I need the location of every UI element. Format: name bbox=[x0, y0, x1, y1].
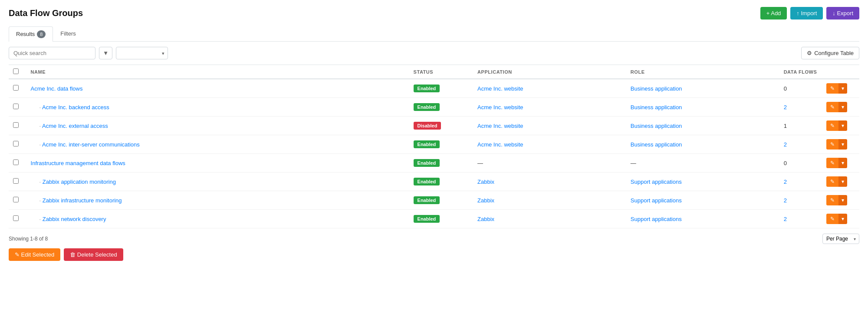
row-dropdown-button[interactable]: ▾ bbox=[838, 158, 847, 168]
table-row: · Zabbix application monitoringEnabledZa… bbox=[9, 172, 859, 191]
row-name-link[interactable]: · Zabbix network discovery bbox=[31, 216, 106, 222]
table-row: · Acme Inc. backend accessEnabledAcme In… bbox=[9, 98, 859, 117]
status-badge: Enabled bbox=[414, 140, 440, 148]
bottom-actions: ✎ Edit Selected 🗑 Delete Selected bbox=[9, 248, 859, 261]
edit-selected-button[interactable]: ✎ Edit Selected bbox=[9, 248, 60, 261]
data-table: NAME STATUS APPLICATION ROLE DATA FLOWS … bbox=[9, 65, 859, 228]
configure-table-label: Configure Table bbox=[814, 50, 854, 56]
action-btn-group: ✎▾ bbox=[826, 158, 855, 168]
configure-table-button[interactable]: Configure Table bbox=[801, 47, 859, 59]
table-row: Acme Inc. data flowsEnabledAcme Inc. web… bbox=[9, 79, 859, 98]
dataflows-link[interactable]: 2 bbox=[784, 197, 787, 204]
table-row: · Acme Inc. external accessDisabledAcme … bbox=[9, 117, 859, 135]
search-input[interactable] bbox=[9, 47, 95, 59]
application-link[interactable]: Zabbix bbox=[477, 216, 494, 222]
role-link[interactable]: Business application bbox=[631, 85, 682, 92]
filter-select-wrapper bbox=[116, 47, 168, 59]
row-dropdown-button[interactable]: ▾ bbox=[838, 214, 847, 224]
row-checkbox[interactable] bbox=[13, 215, 19, 221]
dataflows-link[interactable]: 2 bbox=[784, 104, 787, 111]
row-edit-button[interactable]: ✎ bbox=[826, 120, 838, 131]
page-title: Data Flow Groups bbox=[9, 8, 83, 18]
table-row: · Zabbix network discoveryEnabledZabbixS… bbox=[9, 210, 859, 228]
application-link[interactable]: Acme Inc. website bbox=[477, 123, 523, 129]
status-badge: Enabled bbox=[414, 159, 440, 167]
role-link[interactable]: Support applications bbox=[631, 179, 682, 185]
import-button[interactable]: ↑ Import bbox=[790, 7, 823, 20]
status-badge: Enabled bbox=[414, 103, 440, 111]
dataflows-link[interactable]: 2 bbox=[784, 141, 787, 148]
role-link[interactable]: Business application bbox=[631, 123, 682, 129]
status-badge: Enabled bbox=[414, 178, 440, 185]
dataflows-value: 1 bbox=[784, 123, 787, 129]
action-btn-group: ✎▾ bbox=[826, 176, 855, 187]
row-dropdown-button[interactable]: ▾ bbox=[838, 195, 847, 205]
showing-text: Showing 1-8 of 8 bbox=[9, 236, 48, 242]
dataflows-value: 0 bbox=[784, 160, 787, 166]
row-checkbox[interactable] bbox=[13, 122, 19, 128]
status-badge: Enabled bbox=[414, 85, 440, 92]
filter-icon: ▼ bbox=[103, 50, 108, 56]
tab-results[interactable]: Results8 bbox=[9, 26, 53, 42]
gear-icon bbox=[807, 50, 812, 56]
row-name-link[interactable]: · Zabbix application monitoring bbox=[31, 179, 116, 185]
add-button[interactable]: + Add bbox=[760, 7, 787, 20]
col-header-status: STATUS bbox=[409, 65, 473, 79]
row-edit-button[interactable]: ✎ bbox=[826, 195, 838, 205]
tab-filters-label: Filters bbox=[60, 30, 76, 37]
row-checkbox[interactable] bbox=[13, 85, 19, 91]
row-name-link[interactable]: · Acme Inc. external access bbox=[31, 123, 108, 129]
tabs-row: Results8 Filters bbox=[9, 26, 859, 42]
row-checkbox[interactable] bbox=[13, 141, 19, 146]
application-link[interactable]: Acme Inc. website bbox=[477, 85, 523, 92]
role-link[interactable]: Business application bbox=[631, 141, 682, 148]
row-edit-button[interactable]: ✎ bbox=[826, 176, 838, 187]
action-btn-group: ✎▾ bbox=[826, 83, 855, 94]
per-page-select[interactable]: Per Page 25 50 100 bbox=[822, 234, 859, 244]
role-link[interactable]: Support applications bbox=[631, 216, 682, 222]
status-badge: Enabled bbox=[414, 215, 440, 223]
application-link[interactable]: Acme Inc. website bbox=[477, 104, 523, 111]
row-checkbox[interactable] bbox=[13, 159, 19, 165]
dataflows-value: 0 bbox=[784, 85, 787, 92]
application-dash: — bbox=[477, 160, 483, 166]
row-dropdown-button[interactable]: ▾ bbox=[838, 102, 847, 112]
row-checkbox[interactable] bbox=[13, 104, 19, 109]
filter-button[interactable]: ▼ bbox=[99, 47, 112, 59]
action-btn-group: ✎▾ bbox=[826, 214, 855, 224]
footer-row: Showing 1-8 of 8 Per Page 25 50 100 bbox=[9, 234, 859, 244]
row-dropdown-button[interactable]: ▾ bbox=[838, 176, 847, 187]
col-header-actions bbox=[822, 65, 859, 79]
row-edit-button[interactable]: ✎ bbox=[826, 139, 838, 150]
row-name-link[interactable]: · Zabbix infrastructure monitoring bbox=[31, 197, 122, 204]
results-badge: 8 bbox=[37, 30, 46, 38]
filter-select[interactable] bbox=[116, 47, 168, 59]
row-dropdown-button[interactable]: ▾ bbox=[838, 83, 847, 94]
row-checkbox[interactable] bbox=[13, 178, 19, 184]
row-dropdown-button[interactable]: ▾ bbox=[838, 120, 847, 131]
application-link[interactable]: Zabbix bbox=[477, 197, 494, 204]
table-row: · Zabbix infrastructure monitoringEnable… bbox=[9, 191, 859, 210]
select-all-checkbox[interactable] bbox=[13, 68, 19, 74]
row-edit-button[interactable]: ✎ bbox=[826, 158, 838, 168]
export-button[interactable]: ↓ Export bbox=[826, 7, 859, 20]
row-edit-button[interactable]: ✎ bbox=[826, 102, 838, 112]
row-name-link[interactable]: · Acme Inc. inter-server communications bbox=[31, 141, 140, 148]
application-link[interactable]: Acme Inc. website bbox=[477, 141, 523, 148]
row-dropdown-button[interactable]: ▾ bbox=[838, 139, 847, 150]
role-link[interactable]: Support applications bbox=[631, 197, 682, 204]
row-edit-button[interactable]: ✎ bbox=[826, 83, 838, 94]
row-name-link[interactable]: Acme Inc. data flows bbox=[31, 85, 83, 92]
dataflows-link[interactable]: 2 bbox=[784, 179, 787, 185]
row-edit-button[interactable]: ✎ bbox=[826, 214, 838, 224]
application-link[interactable]: Zabbix bbox=[477, 179, 494, 185]
row-name-link[interactable]: · Acme Inc. backend access bbox=[31, 104, 109, 111]
dataflows-link[interactable]: 2 bbox=[784, 216, 787, 222]
col-header-role: ROLE bbox=[626, 65, 779, 79]
tab-filters[interactable]: Filters bbox=[53, 26, 83, 42]
role-link[interactable]: Business application bbox=[631, 104, 682, 111]
row-name-link[interactable]: Infrastructure management data flows bbox=[31, 160, 125, 166]
row-checkbox[interactable] bbox=[13, 197, 19, 202]
delete-selected-button[interactable]: 🗑 Delete Selected bbox=[64, 248, 123, 261]
action-btn-group: ✎▾ bbox=[826, 102, 855, 112]
